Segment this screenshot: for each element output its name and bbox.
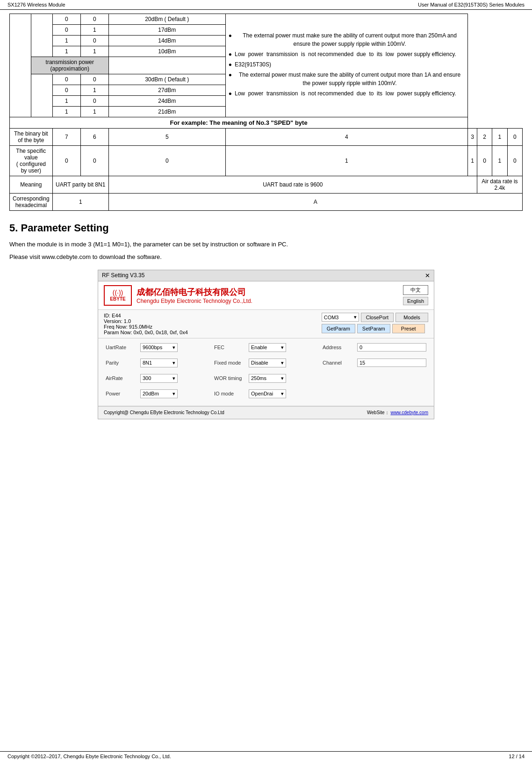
- dropdown-icon: ▾: [354, 314, 357, 320]
- table-row: 0 0 20dBm ( Default ) ● The external pow…: [10, 14, 523, 25]
- models-button[interactable]: Models: [395, 313, 428, 322]
- fixed-mode-control: Fixed mode Disable ▾: [214, 359, 315, 367]
- rf-version: Version: 1.0: [104, 318, 303, 324]
- rf-header: ((·)) EBYTE 成都亿佰特电子科技有限公司 Chengdu Ebyte …: [98, 281, 434, 310]
- rf-setting-window: RF Setting V3.35 ✕ ((·)) EBYTE 成都亿佰特电子科技…: [98, 270, 434, 419]
- lang-buttons: 中文 English: [403, 285, 428, 305]
- para2: Please visit www.cdebyte.com to download…: [9, 252, 523, 262]
- close-port-button[interactable]: ClosePort: [361, 313, 394, 322]
- lang-cn-button[interactable]: 中文: [403, 285, 428, 295]
- address-control: Address: [323, 343, 426, 352]
- company-name-block: 成都亿佰特电子科技有限公司 Chengdu Ebyte Electronic T…: [137, 287, 252, 304]
- dropdown-icon: ▾: [173, 360, 175, 366]
- footer-right: 12 / 14: [509, 754, 525, 759]
- wor-timing-select[interactable]: 250ms ▾: [249, 374, 286, 383]
- company-chinese: 成都亿佰特电子科技有限公司: [137, 287, 252, 298]
- section-title: 5. Parameter Setting: [9, 222, 523, 234]
- com-port-value: COM3: [324, 315, 339, 320]
- rf-id: ID: E44: [104, 313, 303, 318]
- empty-cell: [323, 374, 426, 386]
- header-right: User Manual of E32(915T30S) Series Modul…: [418, 2, 525, 7]
- main-table: 0 0 20dBm ( Default ) ● The external pow…: [9, 14, 523, 211]
- dropdown-icon: ▾: [281, 360, 284, 366]
- page-footer: Copyright ©2012–2017, Chengdu Ebyte Elec…: [0, 751, 532, 761]
- air-rate-select[interactable]: 300 ▾: [140, 374, 178, 383]
- dropdown-icon: ▾: [281, 375, 284, 381]
- binary-bit-row: The binary bit of the byte 7 6 5 4 3 2 1…: [10, 129, 523, 146]
- meaning-row: Meaning UART parity bit 8N1 UART baud ra…: [10, 176, 523, 194]
- for-example-row: For example: The meaning of No.3 "SPED" …: [10, 117, 523, 129]
- dropdown-icon: ▾: [173, 345, 175, 351]
- ebyte-logo: ((·)) EBYTE: [104, 285, 132, 306]
- col3-val: 20dBm ( Default ): [108, 14, 225, 25]
- rf-logo-area: ((·)) EBYTE 成都亿佰特电子科技有限公司 Chengdu Ebyte …: [104, 285, 403, 306]
- com-row: COM3 ▾ ClosePort Models: [322, 313, 428, 322]
- lang-en-button[interactable]: English: [403, 297, 428, 305]
- col2-val: 0: [80, 14, 108, 25]
- com-port-select[interactable]: COM3 ▾: [322, 313, 359, 322]
- rf-freq: Freq Now: 915.0MHz: [104, 324, 303, 330]
- rf-info-bar: ID: E44 Version: 1.0 Freq Now: 915.0MHz …: [98, 310, 434, 338]
- right-description: ● The external power must make sure the …: [225, 14, 467, 117]
- rf-title-bar: RF Setting V3.35 ✕: [98, 270, 434, 281]
- sub-merge-cell: [31, 14, 52, 57]
- channel-input[interactable]: [357, 359, 426, 367]
- rf-website-link[interactable]: www.cdebyte.com: [390, 410, 428, 415]
- param-row: GetParam SetParam Preset: [322, 324, 428, 333]
- io-mode-control: IO mode OpenDrai ▾: [214, 389, 315, 398]
- dropdown-icon: ▾: [281, 345, 284, 351]
- uart-rate-select[interactable]: 9600bps ▾: [140, 343, 178, 352]
- power-control: Power 20dBm ▾: [106, 389, 207, 398]
- fixed-mode-select[interactable]: Disable ▾: [249, 359, 286, 367]
- brand-label: EBYTE: [110, 296, 125, 302]
- rf-info-left: ID: E44 Version: 1.0 Freq Now: 915.0MHz …: [104, 313, 303, 335]
- col1-val: 0: [52, 14, 80, 25]
- channel-control: Channel: [323, 359, 426, 367]
- left-merge-cell: [10, 14, 31, 117]
- company-english: Chengdu Ebyte Electronic Technology Co.,…: [137, 298, 252, 304]
- address-input[interactable]: [357, 343, 426, 352]
- dropdown-icon: ▾: [173, 391, 175, 397]
- rf-copyright: Copyright@ Chengdu EByte Electronic Tech…: [104, 410, 224, 415]
- page-header: SX1276 Wireless Module User Manual of E3…: [0, 0, 532, 10]
- dropdown-icon: ▾: [281, 391, 284, 397]
- parity-select[interactable]: 8N1 ▾: [140, 359, 178, 367]
- air-rate-control: AirRate 300 ▾: [106, 374, 207, 383]
- hex-row: Corresponding hexadecimal 1 A: [10, 194, 523, 211]
- header-left: SX1276 Wireless Module: [7, 2, 65, 7]
- rf-controls: UartRate 9600bps ▾ FEC Enable ▾ Ad: [98, 338, 434, 406]
- para1: When the module is in mode 3 (M1=1 M0=1)…: [9, 240, 523, 250]
- close-button[interactable]: ✕: [425, 272, 430, 279]
- fec-select[interactable]: Enable ▾: [249, 343, 286, 352]
- uart-rate-control: UartRate 9600bps ▾: [106, 343, 207, 352]
- preset-button[interactable]: Preset: [392, 324, 425, 333]
- fec-control: FEC Enable ▾: [214, 343, 315, 352]
- get-param-button[interactable]: GetParam: [322, 324, 355, 333]
- parity-control: Parity 8N1 ▾: [106, 359, 207, 367]
- wor-timing-control: WOR timing 250ms ▾: [214, 374, 315, 383]
- set-param-button[interactable]: SetParam: [357, 324, 390, 333]
- rf-param: Param Now: 0x0, 0x0, 0x18, 0xf, 0x4: [104, 330, 303, 335]
- signal-icon: ((·)): [113, 289, 123, 296]
- controls-grid: UartRate 9600bps ▾ FEC Enable ▾ Ad: [106, 343, 426, 401]
- specific-value-row: The specific value( configured by user) …: [10, 146, 523, 176]
- rf-window-title: RF Setting V3.35: [102, 272, 144, 279]
- main-content: 0 0 20dBm ( Default ) ● The external pow…: [0, 10, 532, 455]
- dropdown-icon: ▾: [173, 375, 175, 381]
- io-mode-select[interactable]: OpenDrai ▾: [249, 389, 286, 398]
- rf-website-block: WebSite： www.cdebyte.com: [367, 409, 428, 416]
- rf-website-label: WebSite：: [367, 410, 389, 415]
- power-select[interactable]: 20dBm ▾: [140, 389, 178, 398]
- footer-left: Copyright ©2012–2017, Chengdu Ebyte Elec…: [7, 754, 171, 759]
- rf-info-right: COM3 ▾ ClosePort Models GetParam SetPara…: [322, 313, 428, 335]
- section-5: 5. Parameter Setting: [9, 222, 523, 234]
- rf-com-section: COM3 ▾ ClosePort Models GetParam SetPara…: [322, 313, 428, 335]
- rf-footer: Copyright@ Chengdu EByte Electronic Tech…: [98, 406, 434, 419]
